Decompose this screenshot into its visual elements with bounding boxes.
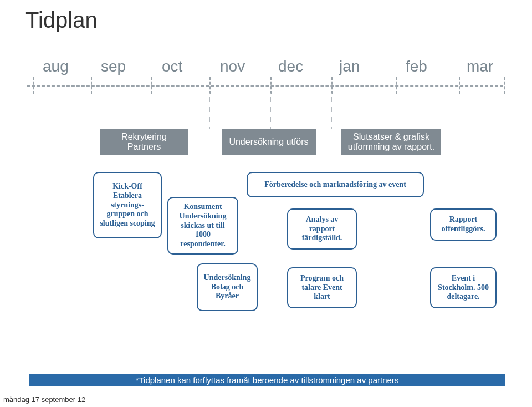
phase-recruiting: RekryteringPartners [100,129,188,155]
phase-conclusions: Slutsatser & grafisk utformning av rappo… [341,129,441,155]
month-sep: sep [101,58,126,75]
month-oct: oct [162,58,182,75]
month-mar: mar [467,58,493,75]
month-feb: feb [406,58,427,75]
box-event-stockholm: Event i Stockholm. 500 deltagare. [430,267,497,308]
month-jan: jan [339,58,360,75]
drop-line [396,93,396,129]
drop-line [151,93,151,129]
month-dec: dec [278,58,303,75]
box-report-published: Rapport offentliggörs. [430,208,497,241]
box-consumer-survey: Konsument Undersökning skickas ut till 1… [167,197,238,255]
month-nov: nov [220,58,245,75]
page-title: Tidplan [25,8,98,33]
timeline-ticks [22,77,504,94]
drop-line [209,93,210,129]
phase-survey-executed: Undersökning utförs [222,129,316,155]
box-analysis: Analys av rapport färdigställd. [287,208,357,250]
box-prep-marketing: Förberedelse och marknadsföring av event [247,172,424,197]
drop-line [270,93,271,129]
footer-date: måndag 17 september 12 [3,395,85,404]
footnote-text: *Tidplanen kan förflyttas framåt beroend… [29,374,505,386]
drop-line [331,93,332,129]
box-program: Program och talare Event klart [287,267,357,308]
month-aug: aug [43,58,69,75]
box-kickoff: Kick-Off Etablera styrnings-gruppen och … [93,172,162,238]
box-agencies-survey: Undersökning Bolag och Byråer [197,263,258,311]
